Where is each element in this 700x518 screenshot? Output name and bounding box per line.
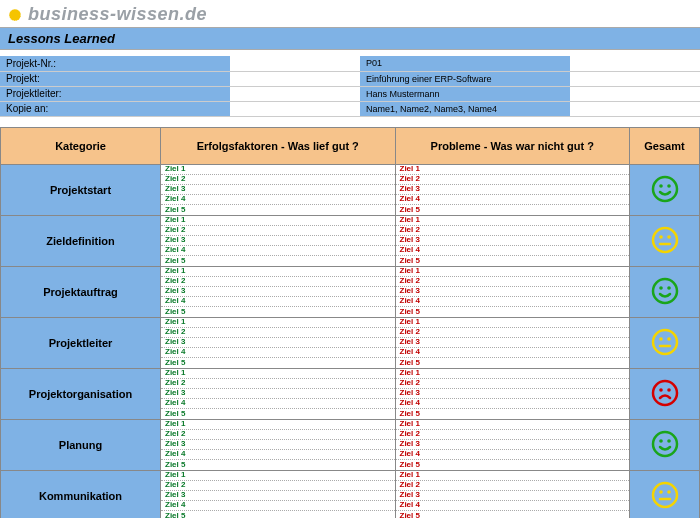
ziel-item: Ziel 5 (161, 460, 395, 470)
meta-label: Projektleiter: (0, 86, 230, 101)
ziel-item: Ziel 1 (396, 420, 630, 430)
svg-point-8 (653, 279, 677, 303)
ziel-item: Ziel 5 (161, 256, 395, 266)
ziel-item: Ziel 4 (396, 195, 630, 205)
success-cell: Ziel 1Ziel 2Ziel 3Ziel 4Ziel 5 (161, 419, 396, 470)
ziel-item: Ziel 3 (161, 236, 395, 246)
ziel-item: Ziel 2 (396, 481, 630, 491)
ziel-item: Ziel 2 (396, 379, 630, 389)
success-cell: Ziel 1Ziel 2Ziel 3Ziel 4Ziel 5 (161, 317, 396, 368)
ziel-item: Ziel 3 (396, 338, 630, 348)
table-row: ProjektstartZiel 1Ziel 2Ziel 3Ziel 4Ziel… (1, 164, 700, 215)
ziel-item: Ziel 4 (161, 348, 395, 358)
rating-cell (630, 368, 700, 419)
ziel-item: Ziel 4 (396, 450, 630, 460)
ziel-item: Ziel 5 (161, 409, 395, 419)
site-header: business-wissen.de (0, 0, 700, 27)
table-row: ProjektleiterZiel 1Ziel 2Ziel 3Ziel 4Zie… (1, 317, 700, 368)
ziel-item: Ziel 2 (161, 430, 395, 440)
rating-cell (630, 419, 700, 470)
svg-point-18 (659, 439, 663, 443)
ziel-item: Ziel 1 (161, 318, 395, 328)
category-cell: Projektstart (1, 164, 161, 215)
svg-point-15 (659, 388, 663, 392)
category-cell: Planung (1, 419, 161, 470)
ziel-item: Ziel 2 (396, 226, 630, 236)
category-cell: Projektleiter (1, 317, 161, 368)
category-cell: Projektauftrag (1, 266, 161, 317)
meta-value: P01 (360, 56, 570, 71)
ziel-item: Ziel 4 (396, 348, 630, 358)
ziel-item: Ziel 4 (161, 297, 395, 307)
svg-point-6 (659, 235, 663, 239)
ziel-item: Ziel 3 (396, 389, 630, 399)
category-cell: Kommunikation (1, 470, 161, 518)
ziel-item: Ziel 1 (396, 471, 630, 481)
rating-cell (630, 317, 700, 368)
ziel-item: Ziel 2 (161, 277, 395, 287)
ziel-item: Ziel 2 (161, 379, 395, 389)
ziel-item: Ziel 3 (396, 287, 630, 297)
meta-value: Einführung einer ERP-Software (360, 71, 570, 86)
ziel-item: Ziel 5 (161, 511, 395, 519)
ziel-item: Ziel 4 (396, 399, 630, 409)
problems-cell: Ziel 1Ziel 2Ziel 3Ziel 4Ziel 5 (395, 368, 630, 419)
col-category: Kategorie (1, 127, 161, 164)
ziel-item: Ziel 1 (396, 318, 630, 328)
problems-cell: Ziel 1Ziel 2Ziel 3Ziel 4Ziel 5 (395, 215, 630, 266)
ziel-item: Ziel 3 (396, 440, 630, 450)
rating-cell (630, 215, 700, 266)
svg-point-12 (659, 337, 663, 341)
svg-point-5 (653, 228, 677, 252)
svg-point-7 (667, 235, 671, 239)
svg-point-14 (653, 381, 677, 405)
problems-cell: Ziel 1Ziel 2Ziel 3Ziel 4Ziel 5 (395, 470, 630, 518)
svg-point-9 (659, 286, 663, 290)
ziel-item: Ziel 1 (396, 165, 630, 175)
ziel-item: Ziel 1 (161, 267, 395, 277)
meta-value: Name1, Name2, Name3, Name4 (360, 101, 570, 116)
problems-cell: Ziel 1Ziel 2Ziel 3Ziel 4Ziel 5 (395, 164, 630, 215)
svg-point-13 (667, 337, 671, 341)
ziel-item: Ziel 3 (161, 338, 395, 348)
ziel-item: Ziel 3 (161, 440, 395, 450)
success-cell: Ziel 1Ziel 2Ziel 3Ziel 4Ziel 5 (161, 266, 396, 317)
document-title: Lessons Learned (0, 27, 700, 50)
rating-cell (630, 266, 700, 317)
table-row: PlanungZiel 1Ziel 2Ziel 3Ziel 4Ziel 5Zie… (1, 419, 700, 470)
category-cell: Projektorganisation (1, 368, 161, 419)
ziel-item: Ziel 2 (396, 430, 630, 440)
svg-point-4 (667, 184, 671, 188)
ziel-item: Ziel 4 (396, 501, 630, 511)
svg-point-16 (667, 388, 671, 392)
success-cell: Ziel 1Ziel 2Ziel 3Ziel 4Ziel 5 (161, 470, 396, 518)
lessons-table: Kategorie Erfolgsfaktoren - Was lief gut… (0, 127, 700, 519)
ziel-item: Ziel 1 (161, 420, 395, 430)
ziel-item: Ziel 3 (396, 491, 630, 501)
col-total: Gesamt (630, 127, 700, 164)
success-cell: Ziel 1Ziel 2Ziel 3Ziel 4Ziel 5 (161, 368, 396, 419)
ziel-item: Ziel 5 (396, 307, 630, 317)
ziel-item: Ziel 3 (396, 185, 630, 195)
ziel-item: Ziel 5 (396, 205, 630, 215)
table-row: KommunikationZiel 1Ziel 2Ziel 3Ziel 4Zie… (1, 470, 700, 518)
success-cell: Ziel 1Ziel 2Ziel 3Ziel 4Ziel 5 (161, 164, 396, 215)
ziel-item: Ziel 4 (161, 195, 395, 205)
svg-point-10 (667, 286, 671, 290)
ziel-item: Ziel 2 (161, 328, 395, 338)
meta-label: Projekt: (0, 71, 230, 86)
ziel-item: Ziel 5 (161, 205, 395, 215)
ziel-item: Ziel 2 (161, 481, 395, 491)
col-problems: Probleme - Was war nicht gut ? (395, 127, 630, 164)
ziel-item: Ziel 4 (161, 246, 395, 256)
svg-point-20 (653, 483, 677, 507)
ziel-item: Ziel 5 (396, 511, 630, 519)
ziel-item: Ziel 2 (161, 226, 395, 236)
svg-point-3 (659, 184, 663, 188)
ziel-item: Ziel 3 (396, 236, 630, 246)
meta-label: Projekt-Nr.: (0, 56, 230, 71)
ziel-item: Ziel 1 (396, 216, 630, 226)
ziel-item: Ziel 4 (161, 450, 395, 460)
ziel-item: Ziel 2 (396, 277, 630, 287)
svg-point-22 (667, 490, 671, 494)
